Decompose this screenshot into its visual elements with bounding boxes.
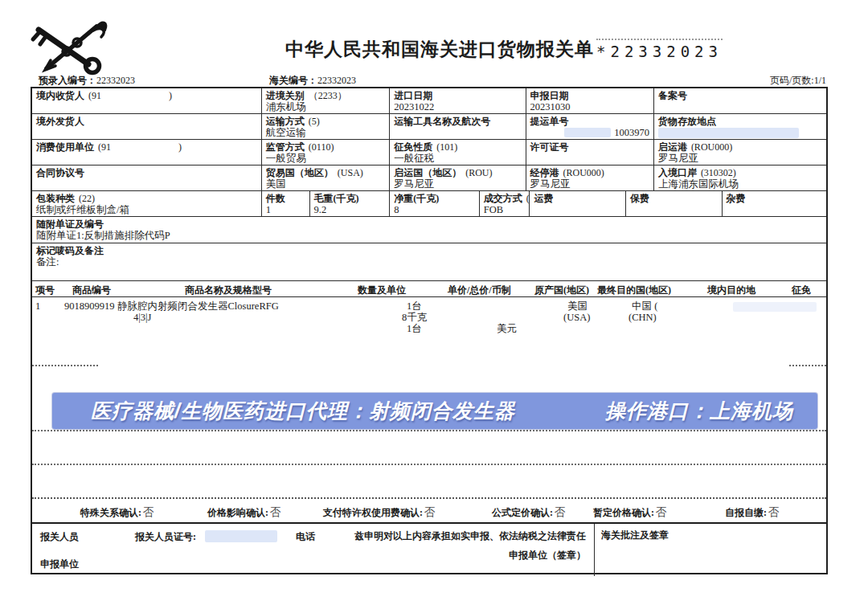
declarant-label: 报关人员 bbox=[40, 530, 79, 544]
field-transport-mode: 运输方式(5) 航空运输 bbox=[262, 114, 390, 140]
cell-code: (22) bbox=[79, 193, 95, 204]
customs-notes-label: 海关批注及签章 bbox=[601, 529, 669, 542]
goods-detail-area: 1 9018909919 静脉腔内射频闭合发生器ClosureRFG 4|3|J… bbox=[32, 297, 826, 497]
cell-value: 纸制或纤维板制盒/箱 bbox=[36, 204, 257, 215]
cell-value: 航空运输 bbox=[266, 127, 385, 138]
field-overseas-shipper: 境外发货人 bbox=[32, 114, 262, 140]
col-qty-unit: 数量及单位 bbox=[358, 284, 406, 297]
confirm-provisional-price: 暂定价格确认:否 bbox=[593, 505, 667, 520]
confirm-special-relation: 特殊关系确认:否 bbox=[80, 505, 154, 520]
cell-code: (91 bbox=[88, 90, 101, 101]
field-import-date: 进口日期 20231022 bbox=[390, 88, 526, 114]
cell-value: 一般贸易 bbox=[266, 153, 385, 164]
banner-left-text: 医疗器械/生物医药进口代理：射频闭合发生器 bbox=[91, 398, 515, 424]
page-indicator: 页码/页数:1/1 bbox=[770, 74, 826, 88]
form-row-documents: 随附单证及编号 随附单证1:反制措施排除代码P bbox=[32, 217, 826, 243]
field-entry-customs: 进境关别（2233） 浦东机场 bbox=[262, 88, 390, 114]
field-supervision-mode: 监管方式(0110) 一般贸易 bbox=[262, 140, 390, 166]
cell-value: 1003970 bbox=[614, 127, 649, 138]
cell-label: 入境口岸 bbox=[658, 167, 697, 178]
field-insurance: 保费 bbox=[626, 191, 723, 217]
pre-entry-number: 预录入编号：22332023 bbox=[39, 74, 135, 88]
dotted-separator bbox=[789, 365, 826, 366]
cell-value: 20231022 bbox=[394, 101, 521, 112]
cell-value: 罗马尼亚 bbox=[530, 178, 649, 190]
confirm-label: 公式定价确认: bbox=[492, 507, 553, 518]
cell-value: 随附单证1:反制措施排除代码P bbox=[36, 230, 822, 241]
cell-code: （2233） bbox=[309, 90, 347, 101]
field-gross-weight: 毛重(千克) 9.2 bbox=[310, 191, 391, 217]
banner-right-text: 操作港口：上海机场 bbox=[605, 398, 793, 424]
col-domestic-dest: 境内目的地 bbox=[707, 284, 755, 297]
cell-label: 征免性质 bbox=[394, 141, 432, 153]
dotted-separator bbox=[32, 430, 826, 431]
cell-tail: ) bbox=[169, 90, 172, 101]
cell-value: 浦东机场 bbox=[266, 101, 385, 112]
field-package-count: 件数 1 bbox=[262, 191, 310, 217]
field-departure-country: 启运国（地区）(ROU) 罗马尼亚 bbox=[390, 166, 526, 191]
confirm-value: 否 bbox=[656, 506, 667, 518]
declarant-id-label: 报关人员证号: bbox=[135, 530, 196, 544]
cell-label: 合同协议号 bbox=[36, 167, 84, 178]
cell-label: 杂费 bbox=[727, 193, 746, 204]
form-row-5: 包装种类(22) 纸制或纤维板制盒/箱 件数 1 毛重(千克) 9.2 净重(千… bbox=[32, 191, 826, 217]
cell-label: 成交方式 bbox=[484, 193, 522, 204]
goods-qty-1: 1台 bbox=[407, 300, 422, 312]
cell-label: 件数 bbox=[266, 193, 285, 204]
goods-hs-code: 9018909919 bbox=[64, 300, 115, 312]
confirm-label: 自报自缴: bbox=[725, 507, 767, 518]
redaction-box bbox=[205, 530, 277, 542]
pre-entry-value: 22332023 bbox=[96, 75, 135, 86]
cell-label: 进口日期 bbox=[394, 90, 432, 101]
field-marks-remarks: 标记唛码及备注 备注: bbox=[32, 243, 826, 281]
cell-value: 1 bbox=[266, 204, 305, 215]
cell-label: 运输工具名称及航次号 bbox=[394, 116, 490, 127]
cell-label: 许可证号 bbox=[530, 141, 569, 153]
confirm-value: 否 bbox=[270, 506, 281, 518]
confirm-label: 价格影响确认: bbox=[207, 507, 268, 518]
cell-value: 罗马尼亚 bbox=[658, 153, 822, 164]
col-exemption: 征免 bbox=[792, 284, 811, 297]
goods-origin: 美国 bbox=[567, 300, 588, 312]
field-bill-of-lading: 提运单号 1003970 bbox=[526, 114, 654, 140]
cell-label: 净重(千克) bbox=[394, 193, 439, 204]
goods-origin-code: (USA) bbox=[563, 312, 590, 323]
cell-label: 运输方式 bbox=[266, 116, 305, 127]
customs-number-value: 22332023 bbox=[317, 75, 356, 86]
goods-spec: 4|3|J bbox=[133, 312, 151, 323]
cell-value: 备注: bbox=[36, 256, 822, 268]
field-net-weight: 净重(千克) 8 bbox=[390, 191, 480, 217]
cell-label: 境外发货人 bbox=[36, 116, 84, 127]
col-dest-country: 最终目的国(地区) bbox=[597, 284, 671, 297]
confirm-label: 暂定价格确认: bbox=[593, 507, 654, 518]
goods-name: 静脉腔内射频闭合发生器ClosureRFG bbox=[117, 300, 279, 312]
field-declare-date: 申报日期 20231030 bbox=[526, 88, 654, 114]
field-accompanying-documents: 随附单证及编号 随附单证1:反制措施排除代码P bbox=[32, 217, 826, 243]
dotted-separator bbox=[32, 365, 98, 366]
cell-label: 启运港 bbox=[658, 141, 687, 153]
cell-label: 保费 bbox=[630, 193, 649, 204]
cell-value: 上海浦东国际机场 bbox=[658, 178, 822, 190]
cell-label: 包装种类 bbox=[36, 193, 75, 204]
field-consignee: 境内收货人(91) bbox=[32, 88, 262, 114]
confirm-price-influence: 价格影响确认:否 bbox=[207, 505, 281, 520]
field-vessel-voyage: 运输工具名称及航次号 bbox=[390, 114, 526, 140]
goods-dest-code: (CHN) bbox=[628, 312, 657, 323]
cell-code: (91 bbox=[98, 141, 111, 153]
field-entry-port: 入境口岸(310302) 上海浦东国际机场 bbox=[654, 166, 826, 191]
col-hs-code: 商品编号 bbox=[72, 284, 111, 297]
field-license-number: 许可证号 bbox=[526, 140, 654, 166]
field-freight: 运费 bbox=[530, 191, 626, 217]
customs-emblem-icon bbox=[29, 18, 109, 76]
watermark-banner: 医疗器械/生物医药进口代理：射频闭合发生器 操作港口：上海机场 bbox=[52, 393, 817, 429]
cell-code: (310302) bbox=[701, 167, 736, 178]
col-item-no: 项号 bbox=[35, 284, 55, 297]
dotted-separator bbox=[32, 464, 826, 465]
footer-section: 报关人员 报关人员证号: 电话 兹申明对以上内容承担如实申报、依法纳税之法律责任… bbox=[32, 522, 826, 576]
pre-entry-label: 预录入编号： bbox=[39, 75, 96, 86]
cell-label: 运费 bbox=[534, 193, 553, 204]
confirm-self-declare: 自报自缴:否 bbox=[725, 505, 780, 520]
customs-notes-box: 海关批注及签章 bbox=[595, 524, 826, 576]
field-packing-type: 包装种类(22) 纸制或纤维板制盒/箱 bbox=[32, 191, 262, 217]
declare-unit-label: 申报单位 bbox=[40, 558, 79, 571]
